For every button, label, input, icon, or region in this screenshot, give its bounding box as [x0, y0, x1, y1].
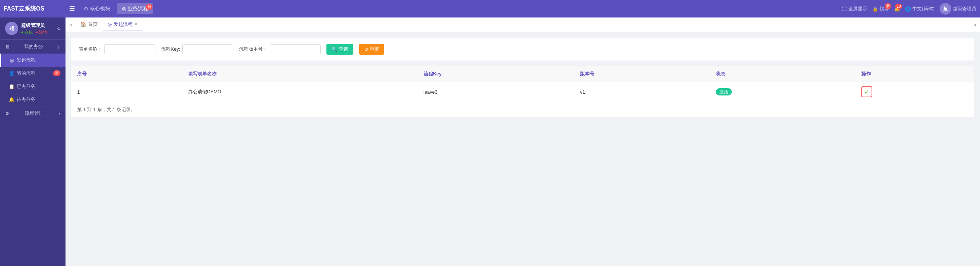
settings-icon: ⚙ [5, 111, 10, 116]
col-version: 版本号 [574, 66, 710, 82]
col-status: 状态 [710, 66, 856, 82]
fullscreen-btn[interactable]: ⛶ 全屏显示 [842, 5, 867, 12]
chevron-left-icon: ‹ [59, 111, 60, 116]
col-form-name: 填写表单名称 [182, 66, 418, 82]
sidebar-username: 超级管理员 [21, 22, 54, 29]
flow-icon: ◎ [122, 6, 126, 12]
search-icon: 🔍 [331, 46, 337, 52]
table-head: 序号 填写表单名称 流程Key 版本号 状态 操作 [71, 66, 974, 82]
notification-badge: 10 [895, 4, 902, 9]
user-menu-btn[interactable]: 超 超级管理员 [940, 3, 976, 14]
chevron-down-icon: ∨ [57, 44, 60, 50]
tab-start-flow[interactable]: ◎ 发起流程 ✕ [103, 18, 143, 31]
lock-icon: 🔒 [872, 6, 878, 12]
table-body: 1 办公请假DEMO leave3 v1 激活 ✓ [71, 82, 974, 102]
gear-icon: ⚙ [84, 6, 88, 12]
tab-bar-left-btn[interactable]: « [69, 21, 72, 28]
form-input-key[interactable] [182, 45, 233, 54]
nav-items: ⚙ 核心模块 ◎ 业务流程 新 [79, 3, 842, 14]
table-container: 序号 填写表单名称 流程Key 版本号 状态 操作 1 办公请假DEMO lea [71, 66, 974, 117]
sidebar-section-my-office: 🖥 我的办公 ∨ ◎ 发起流程 👤 我的流程 新 📋 已办任务 🔔 待办任务 [0, 40, 65, 106]
page-content: 表单名称： 流程Key: 流程版本号： 🔍 查询 ↺ 重置 [65, 32, 980, 266]
form-field-version: 流程版本号： [239, 45, 321, 54]
user-icon: 👤 [9, 71, 14, 76]
tab-bar-right-btn[interactable]: » [973, 21, 976, 28]
cell-flow-key: leave3 [418, 82, 574, 102]
sidebar-item-done-tasks[interactable]: 📋 已办任务 [0, 80, 65, 93]
task-icon: 📋 [9, 84, 14, 89]
form-field-name: 表单名称： [79, 45, 155, 54]
flow-badge: 新 [146, 4, 153, 10]
col-index: 序号 [71, 66, 182, 82]
action-button-start[interactable]: ✓ [861, 87, 872, 97]
sidebar-collapse-btn[interactable]: « [57, 25, 60, 32]
sidebar-section-header-flow-mgmt[interactable]: ⚙ 流程管理 ‹ [0, 106, 65, 120]
flow-icon: ◎ [9, 58, 14, 63]
desktop-icon: 🖥 [5, 44, 10, 50]
avatar: 超 [940, 3, 951, 14]
lock-badge: 新 [885, 3, 891, 9]
my-flow-badge: 新 [53, 71, 60, 76]
form-input-name[interactable] [105, 45, 155, 54]
sidebar-item-pending-tasks[interactable]: 🔔 待办任务 [0, 93, 65, 106]
sidebar-user-info: 超级管理员 ● 在线 ● 注销 [21, 22, 54, 35]
nav-item-core[interactable]: ⚙ 核心模块 [79, 3, 115, 14]
refresh-icon: ↺ [364, 46, 368, 52]
cell-index: 1 [71, 82, 182, 102]
sidebar-item-start-flow[interactable]: ◎ 发起流程 [0, 54, 65, 67]
status-online[interactable]: ● 在线 [21, 29, 33, 35]
table-footer: 第 1 到 1 条，共 1 条记录。 [71, 102, 974, 117]
form-input-version[interactable] [270, 45, 321, 54]
check-icon: ✓ [864, 88, 869, 96]
form-label-version: 流程版本号： [239, 46, 267, 53]
status-badge: 激活 [716, 88, 732, 96]
reset-button[interactable]: ↺ 重置 [359, 44, 384, 54]
flow-tab-icon: ◎ [108, 21, 112, 27]
sidebar-status: ● 在线 ● 注销 [21, 29, 54, 35]
col-flow-key: 流程Key [418, 66, 574, 82]
form-field-key: 流程Key: [161, 45, 233, 54]
cell-form-name: 办公请假DEMO [182, 82, 418, 102]
form-label-name: 表单名称： [79, 46, 102, 53]
col-action: 操作 [856, 66, 974, 82]
fullscreen-icon: ⛶ [842, 6, 847, 12]
tab-bar: « 🏠 首页 ◎ 发起流程 ✕ » [65, 18, 980, 32]
tab-close-start-flow[interactable]: ✕ [134, 22, 138, 27]
sidebar-user: 超 超级管理员 ● 在线 ● 注销 « [0, 18, 65, 40]
lang-btn[interactable]: 🌐 中文(简体) [905, 5, 934, 12]
pending-icon: 🔔 [9, 97, 14, 103]
search-button[interactable]: 🔍 查询 [326, 44, 353, 54]
tab-home[interactable]: 🏠 首页 [75, 18, 103, 31]
sidebar-section-header-my-office[interactable]: 🖥 我的办公 ∨ [0, 40, 65, 54]
status-logout[interactable]: ● 注销 [36, 29, 47, 35]
lang-icon: 🌐 [905, 6, 911, 12]
sidebar-item-my-flow[interactable]: 👤 我的流程 新 [0, 67, 65, 80]
navbar-right: ⛶ 全屏显示 🔒 锁屏 新 🔔 10 🌐 中文(简体) 超 超级管理员 [842, 3, 976, 14]
home-icon: 🏠 [80, 21, 86, 27]
sidebar-section-flow-mgmt: ⚙ 流程管理 ‹ [0, 106, 65, 120]
cell-version: v1 [574, 82, 710, 102]
sidebar: 超 超级管理员 ● 在线 ● 注销 « 🖥 我的办公 ∨ [0, 18, 65, 266]
form-label-key: 流程Key: [161, 46, 180, 53]
content-area: « 🏠 首页 ◎ 发起流程 ✕ » 表单名称： 流程Key: [65, 18, 980, 266]
table-header-row: 序号 填写表单名称 流程Key 版本号 状态 操作 [71, 66, 974, 82]
main-layout: 超 超级管理员 ● 在线 ● 注销 « 🖥 我的办公 ∨ [0, 18, 980, 266]
menu-toggle-icon[interactable]: ☰ [69, 5, 75, 13]
navbar: FAST云系统OS ☰ ⚙ 核心模块 ◎ 业务流程 新 ⛶ 全屏显示 🔒 锁屏 … [0, 0, 980, 18]
lock-btn[interactable]: 🔒 锁屏 新 [872, 5, 889, 12]
cell-action: ✓ [856, 82, 974, 102]
data-table: 序号 填写表单名称 流程Key 版本号 状态 操作 1 办公请假DEMO lea [71, 66, 974, 102]
notification-btn[interactable]: 🔔 10 [894, 6, 900, 12]
table-row: 1 办公请假DEMO leave3 v1 激活 ✓ [71, 82, 974, 102]
search-form: 表单名称： 流程Key: 流程版本号： 🔍 查询 ↺ 重置 [71, 38, 974, 61]
sidebar-avatar: 超 [5, 22, 18, 35]
cell-status: 激活 [710, 82, 856, 102]
nav-item-flow[interactable]: ◎ 业务流程 新 [117, 3, 153, 14]
brand-title: FAST云系统OS [4, 5, 69, 13]
